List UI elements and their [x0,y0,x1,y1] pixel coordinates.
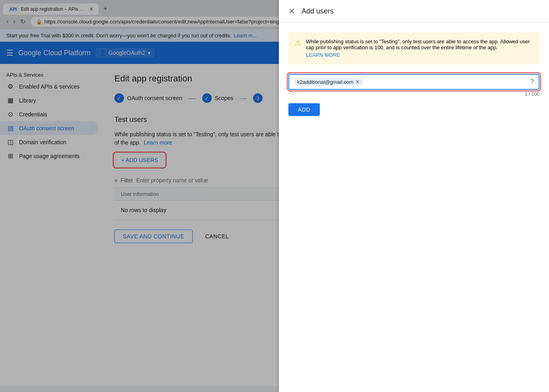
panel-body: ⚠ While publishing status is set to "Tes… [279,23,549,392]
email-input-wrapper[interactable]: k2additional@gmail.com ✕ ? [288,74,539,90]
email-chip: k2additional@gmail.com ✕ [294,78,363,86]
add-button[interactable]: ADD [288,103,320,116]
panel-learn-more-link[interactable]: LEARN MORE [306,52,533,58]
warning-content: While publishing status is set to "Testi… [306,39,533,58]
user-count: 1 / 100 [288,91,539,97]
warning-icon: ⚠ [295,39,301,58]
chip-remove-button[interactable]: ✕ [355,79,360,85]
panel-close-button[interactable]: ✕ [288,6,295,16]
chip-email: k2additional@gmail.com [297,79,354,85]
add-users-panel: ✕ Add users ⚠ While publishing status is… [279,0,549,392]
warning-box: ⚠ While publishing status is set to "Tes… [288,32,539,64]
panel-title: Add users [302,7,334,15]
warning-text: While publishing status is set to "Testi… [306,39,530,50]
help-icon[interactable]: ? [530,78,534,85]
panel-header: ✕ Add users [279,0,549,23]
email-input-field[interactable] [366,79,527,85]
